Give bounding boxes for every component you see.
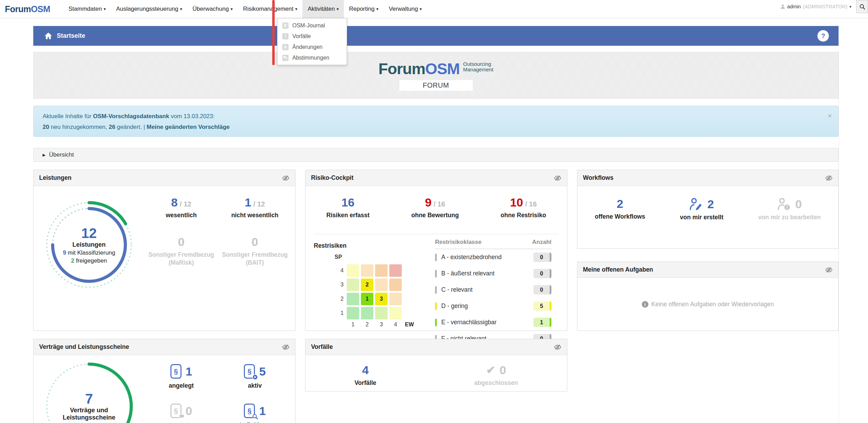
alert-line1: Aktuelle Inhalte für OSM-Vorschlagsdaten… xyxy=(43,112,829,121)
info-icon: i xyxy=(642,301,648,308)
content-right-border xyxy=(839,52,839,423)
close-icon[interactable]: × xyxy=(828,110,832,121)
heatmap-col-label: 3 xyxy=(375,321,388,328)
stat-nicht-wesentlich: 1/ 12nicht wesentlich xyxy=(218,196,292,219)
nav-item-auslagerungssteuerung[interactable]: Auslagerungssteuerung▾ xyxy=(111,0,187,18)
paragraph-icon: § xyxy=(170,364,181,379)
page-header-bar: Startseite ? xyxy=(33,26,839,46)
brand-logo[interactable]: ForumOSM xyxy=(5,4,50,14)
count-badge: 0 xyxy=(533,285,551,294)
paragraph-bubble-icon: § xyxy=(170,404,181,418)
table-row-b-u-erst-relevant[interactable]: B - äußerst relevant0 xyxy=(435,265,551,282)
class-color-bar xyxy=(435,302,437,310)
paragraph-search-icon: § xyxy=(244,404,255,418)
heatmap-row-label: 2 xyxy=(335,296,344,302)
card-meine-offenen-aufgaben: Meine offenen Aufgaben i Keine offenen A… xyxy=(577,262,839,331)
chevron-down-icon: ▾ xyxy=(420,7,422,11)
my-changed-proposals-link[interactable]: Meine geänderten Vorschläge xyxy=(147,124,230,130)
journal-icon xyxy=(282,23,289,29)
stat-angelegt: §1angelegt xyxy=(144,364,218,390)
heatmap-cell-sp4-ew2[interactable] xyxy=(361,264,373,277)
hide-card-button[interactable] xyxy=(282,175,290,181)
hide-card-button[interactable] xyxy=(282,344,290,350)
heatmap-cell-sp1-ew3[interactable] xyxy=(375,307,388,319)
heatmap-cell-sp2-ew1[interactable] xyxy=(347,293,359,305)
heatmap-cell-sp4-ew3[interactable] xyxy=(375,264,388,277)
heatmap-col-label: 1 xyxy=(347,321,359,328)
nav-item-risikomanagement[interactable]: Risikomanagement▾ xyxy=(238,0,303,18)
heatmap-cell-sp2-ew3[interactable]: 3 xyxy=(375,293,388,305)
heatmap-cell-sp4-ew4[interactable] xyxy=(389,264,402,277)
stat-abgeschlossen: ✔0abgeschlossen xyxy=(474,364,518,387)
nav-item-berwachung[interactable]: Überwachung▾ xyxy=(187,0,238,18)
stat-ohne-bewertung: 9/ 16ohne Bewertung xyxy=(411,196,459,219)
table-header-count: Anzahl xyxy=(532,239,551,246)
heatmap-cell-sp4-ew1[interactable] xyxy=(347,264,359,277)
heatmap-cell-sp3-ew1[interactable] xyxy=(347,279,359,291)
card-title: Risiko-Cockpit xyxy=(311,174,354,182)
alert-db-name: OSM-Vorschlagsdatenbank xyxy=(93,113,169,120)
table-row-c-relevant[interactable]: C - relevant0 xyxy=(435,282,551,298)
card-risiko-cockpit: Risiko-Cockpit 16Risiken erfasst9/ 16ohn… xyxy=(305,170,567,331)
chevron-down-icon: ▾ xyxy=(104,7,106,11)
heatmap-cell-sp3-ew2[interactable]: 2 xyxy=(361,279,373,291)
table-row-e-vernachl-ssigbar[interactable]: E - vernachlässigbar1 xyxy=(435,314,551,331)
stat-von-mir-zu-bearbeiten: 0von mir zu bearbeiten xyxy=(758,198,821,221)
table-header-class: Restrisikoklasse xyxy=(435,239,481,246)
nav-item-stammdaten[interactable]: Stammdaten▾ xyxy=(63,0,111,18)
class-color-bar xyxy=(435,286,437,294)
menu-item-nderungen[interactable]: Änderungen xyxy=(277,42,347,52)
vertraege-total: 7 xyxy=(85,391,93,406)
transfer-arrows-icon xyxy=(282,44,289,50)
chevron-down-icon: ▾ xyxy=(849,5,851,9)
hide-card-button[interactable] xyxy=(554,175,561,181)
stat-von-mir-erstellt: 2von mir erstellt xyxy=(680,198,723,221)
chevron-down-icon: ▾ xyxy=(376,7,378,11)
eye-slash-icon xyxy=(554,175,561,181)
hide-card-button[interactable] xyxy=(825,267,833,273)
user-menu[interactable]: admin (ADMINISTRATOR) ▾ xyxy=(780,0,851,13)
heatmap-col-label: 4 xyxy=(389,321,402,328)
workflows-stats: 2offene Workflows2von mir erstellt0von m… xyxy=(577,186,838,221)
hide-card-button[interactable] xyxy=(554,344,561,350)
heatmap-cell-sp1-ew4[interactable] xyxy=(389,307,402,319)
nav-item-verwaltung[interactable]: Verwaltung▾ xyxy=(383,0,427,18)
eye-slash-icon xyxy=(825,267,833,273)
hide-card-button[interactable] xyxy=(825,175,833,181)
hero-banner: ForumOSM Outsourcing Management FORUM xyxy=(33,52,839,99)
search-icon xyxy=(859,4,865,10)
table-row-d-gering[interactable]: D - gering5 xyxy=(435,298,551,314)
news-alert: Aktuelle Inhalte für OSM-Vorschlagsdaten… xyxy=(33,106,839,137)
help-button[interactable]: ? xyxy=(817,30,829,42)
home-icon xyxy=(44,32,52,39)
person-edit-icon xyxy=(689,198,703,210)
overview-label: Übersicht xyxy=(49,151,74,158)
chevron-down-icon: ▾ xyxy=(295,7,297,11)
exclamation-icon xyxy=(282,33,289,39)
overview-toggle[interactable]: ▶ Übersicht xyxy=(33,148,839,162)
heatmap-row-label: 3 xyxy=(335,282,344,288)
card-title: Workflows xyxy=(583,174,613,182)
heatmap-cell-sp2-ew4[interactable] xyxy=(389,293,402,305)
heatmap-cell-sp1-ew1[interactable] xyxy=(347,307,359,319)
nav-item-reporting[interactable]: Reporting▾ xyxy=(344,0,384,18)
stat-vorf-lle: 4Vorfälle xyxy=(354,364,376,387)
card-vertraege: Verträge und Leistungsscheine 7 Verträge… xyxy=(33,339,295,423)
heatmap-cell-sp1-ew2[interactable] xyxy=(361,307,373,319)
stat-sonstiger-fremdbezug-marisk: 0Sonstiger Fremdbezug (MaRisk) xyxy=(144,236,218,267)
heatmap-cell-sp2-ew2[interactable]: 1 xyxy=(361,293,373,305)
table-row-a-existenzbedrohend[interactable]: A - existenzbedrohend0 xyxy=(435,249,551,265)
heatmap-cell-sp3-ew4[interactable] xyxy=(389,279,402,291)
vertraege-stats: §1angelegt§5aktiv§0angebahnt§1in Prüfung xyxy=(144,364,292,423)
nav-item-aktivit-ten[interactable]: Aktivitäten▾ xyxy=(302,0,344,18)
stat-angebahnt: §0angebahnt xyxy=(144,404,218,423)
menu-item-osm-journal[interactable]: OSM-Journal xyxy=(277,20,347,31)
forumosm-dashboard: ForumOSM Stammdaten▾Auslagerungssteuerun… xyxy=(0,0,868,423)
heatmap-y-axis-label: SP xyxy=(335,254,414,260)
person-alert-icon xyxy=(777,198,791,210)
user-name: admin xyxy=(787,4,801,9)
search-button[interactable] xyxy=(856,0,868,13)
menu-item-vorf-lle[interactable]: Vorfälle xyxy=(277,31,347,42)
heatmap-cell-sp3-ew3[interactable] xyxy=(375,279,388,291)
menu-item-abstimmungen[interactable]: Abstimmungen xyxy=(277,52,347,63)
